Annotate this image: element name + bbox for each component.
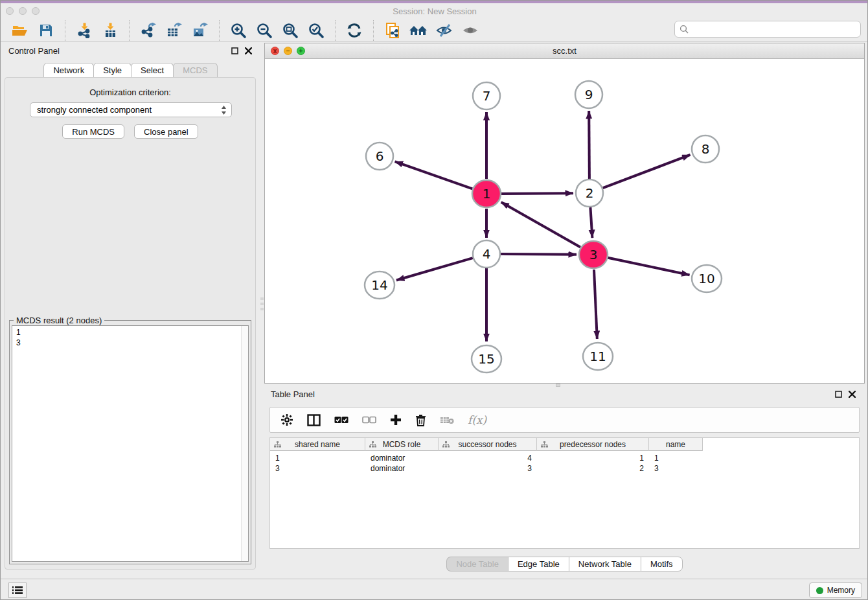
select-all-icon[interactable] [334,416,348,424]
zoom-selected-icon[interactable] [305,20,327,41]
table-settings-icon[interactable] [280,413,293,426]
split-columns-icon[interactable] [307,414,321,426]
window-title: Session: New Session [1,6,868,16]
tab-select[interactable]: Select [131,63,174,77]
save-session-icon[interactable] [35,20,57,41]
node-label-10: 10 [698,271,714,286]
chevron-up-down-icon [220,105,227,115]
node-label-1: 1 [483,186,491,202]
first-neighbors-icon[interactable] [407,20,429,41]
edge-4-14[interactable] [396,258,473,280]
splitter-grip[interactable] [260,297,264,310]
float-panel-icon[interactable] [231,47,238,54]
function-builder-icon[interactable]: f(x) [468,413,486,426]
optimization-criterion-label: Optimization criterion: [5,87,255,97]
network-graph[interactable]: 7968124314101511 [265,59,864,383]
column-header-predecessor-nodes[interactable]: predecessor nodes [537,438,649,451]
close-panel-icon[interactable] [245,47,252,54]
network-canvas[interactable]: 7968124314101511 [265,59,864,383]
memory-label: Memory [827,586,855,595]
apply-layout-icon[interactable] [343,20,365,41]
toolbar-separator [219,20,220,41]
tab-style[interactable]: Style [93,63,131,77]
node-table[interactable]: shared name MCDS role successor nodes pr… [269,437,860,549]
network-view-window: x – + scc.txt 7968124314101511 [264,43,865,384]
memory-status-icon [816,587,823,594]
memory-button[interactable]: Memory [809,583,862,598]
node-label-9: 9 [585,87,593,102]
result-scrollbar[interactable] [241,326,248,561]
tab-edge-table[interactable]: Edge Table [508,557,569,571]
search-input[interactable] [674,21,861,38]
zoom-fit-icon[interactable] [279,20,301,41]
network-window-title: scc.txt [265,46,864,56]
clone-network-icon[interactable] [382,20,404,41]
zoom-out-icon[interactable] [253,20,275,41]
column-header-successor-nodes[interactable]: successor nodes [439,438,537,451]
cell[interactable]: 2 [537,463,649,474]
cell[interactable]: 1 [649,453,703,463]
tab-network[interactable]: Network [43,63,94,77]
column-header-mcds-role[interactable]: MCDS role [365,438,439,451]
delete-table-icon[interactable] [440,415,454,425]
float-table-panel-icon[interactable] [835,391,842,398]
open-file-icon[interactable] [9,20,31,41]
table-toolbar: f(x) [269,407,860,433]
tab-motifs[interactable]: Motifs [641,557,683,571]
zoom-in-icon[interactable] [227,20,249,41]
edge-2-3[interactable] [590,207,592,238]
vertical-splitter[interactable] [260,42,264,579]
cell[interactable]: 1 [270,453,365,463]
main-toolbar [1,19,868,42]
export-image-icon[interactable] [189,20,211,41]
edge-4-3[interactable] [501,254,577,255]
application-window: Session: New Session [0,0,868,600]
mcds-result-title: MCDS result (2 nodes) [14,316,104,325]
edge-1-2[interactable] [501,193,573,194]
cell[interactable]: dominator [365,453,439,463]
import-network-icon[interactable] [73,20,95,41]
column-header-name[interactable]: name [649,438,703,451]
cell[interactable]: 1 [537,453,649,463]
export-network-icon[interactable] [137,20,159,41]
close-table-panel-icon[interactable] [849,391,856,398]
tab-node-table[interactable]: Node Table [446,557,508,571]
hide-selected-icon[interactable] [433,20,455,41]
toolbar-separator [373,20,374,41]
edge-3-1[interactable] [501,202,580,248]
table-row[interactable]: 3 dominator 3 2 3 [270,463,703,474]
cell[interactable]: 4 [439,453,537,463]
node-label-15: 15 [478,351,494,367]
mcds-result-groupbox: MCDS result (2 nodes) 1 3 [9,320,251,564]
mcds-result-text[interactable]: 1 3 [12,325,249,562]
list-icon [12,586,23,595]
edge-2-9[interactable] [589,111,589,179]
cell[interactable]: 3 [270,463,365,474]
tab-network-table[interactable]: Network Table [569,557,641,571]
cell[interactable]: 3 [649,463,703,474]
edge-1-6[interactable] [395,161,473,189]
unselect-all-icon[interactable] [362,416,376,424]
edge-3-11[interactable] [594,270,597,339]
run-mcds-button[interactable]: Run MCDS [62,124,124,139]
add-row-icon[interactable] [390,414,402,426]
toolbar-separator [335,20,336,41]
close-panel-button[interactable]: Close panel [134,124,198,139]
optimization-criterion-select[interactable]: strongly connected component [30,102,232,117]
edge-2-8[interactable] [603,155,691,188]
control-panel-tabs: Network Style Select MCDS [1,63,260,77]
cell[interactable]: 3 [439,463,537,474]
toolbar-separator [65,20,65,41]
network-window-titlebar[interactable]: x – + scc.txt [265,43,864,59]
show-all-icon[interactable] [459,20,481,41]
cell[interactable]: dominator [365,463,439,474]
tab-mcds[interactable]: MCDS [173,63,217,77]
import-table-icon[interactable] [99,20,121,41]
node-label-2: 2 [586,185,594,201]
table-row[interactable]: 1 dominator 4 1 1 [270,453,703,463]
export-table-icon[interactable] [163,20,185,41]
edge-3-10[interactable] [608,258,690,275]
column-header-shared-name[interactable]: shared name [270,438,365,451]
delete-row-icon[interactable] [415,414,426,426]
task-history-button[interactable] [8,583,27,598]
